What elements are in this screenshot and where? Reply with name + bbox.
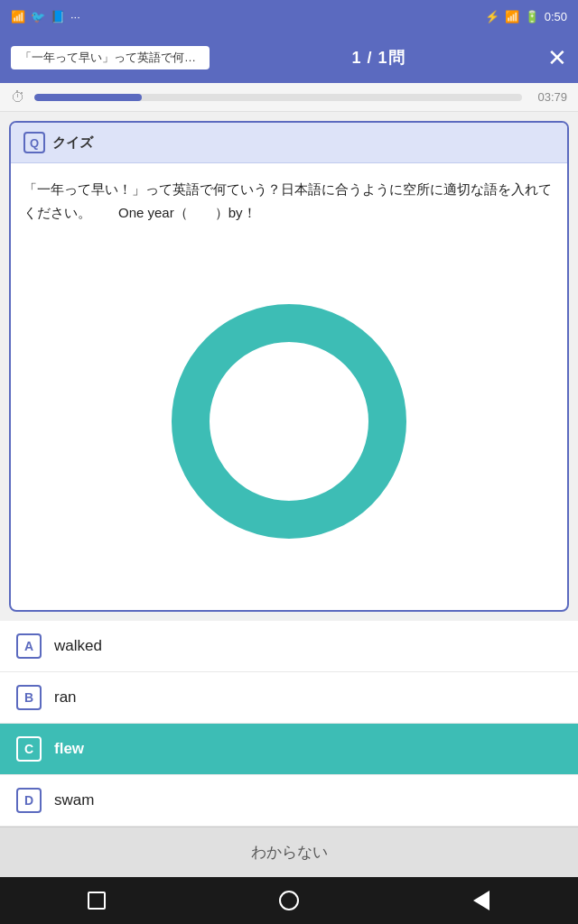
choice-b-text: ran xyxy=(54,688,77,707)
quiz-tag-label: 「一年って早い」って英語で何ていう？ xyxy=(11,46,210,69)
nav-square-button[interactable] xyxy=(77,881,117,920)
counter-separator: / xyxy=(367,49,372,67)
bottom-btn-area: わからない xyxy=(0,827,578,877)
more-icon: ··· xyxy=(70,10,80,23)
progress-fill xyxy=(34,94,142,101)
choices-area: A walked B ran C flew D swam xyxy=(0,621,578,827)
close-button[interactable]: ✕ xyxy=(547,46,567,69)
progress-track xyxy=(34,94,522,101)
app-icon: 📘 xyxy=(51,10,65,23)
circle-icon xyxy=(279,891,299,910)
quiz-question-text: 「一年って早い！」って英語で何ていう？日本語に合うように空所に適切な語を入れてく… xyxy=(23,178,555,224)
wakaranai-button[interactable]: わからない xyxy=(0,827,578,877)
teal-circle xyxy=(172,304,406,539)
choice-d-text: swam xyxy=(54,791,94,809)
nav-circle-button[interactable] xyxy=(269,881,309,920)
battery-icon: 🔋 xyxy=(525,10,539,23)
wifi-icon: 📶 xyxy=(11,10,25,23)
quiz-body: 「一年って早い！」って英語で何ていう？日本語に合うように空所に適切な語を入れてく… xyxy=(11,163,567,233)
time-display: 0:50 xyxy=(545,10,567,23)
counter-current: 1 xyxy=(351,49,361,67)
choice-d[interactable]: D swam xyxy=(0,775,578,827)
square-icon xyxy=(88,892,106,910)
choice-b-letter: B xyxy=(16,685,42,710)
clock-icon: ⏱ xyxy=(11,89,25,106)
carrier-icon: 🐦 xyxy=(31,10,45,23)
back-icon xyxy=(473,891,489,910)
status-left: 📶 🐦 📘 ··· xyxy=(11,10,80,23)
status-bar: 📶 🐦 📘 ··· ⚡ 📶 🔋 0:50 xyxy=(0,0,578,32)
choice-c-text: flew xyxy=(54,740,84,758)
choice-a-letter: A xyxy=(16,633,42,659)
nav-bar xyxy=(0,877,578,924)
nav-back-button[interactable] xyxy=(461,881,501,920)
question-counter: 1 / 1問 xyxy=(351,47,405,69)
quiz-card: Q クイズ 「一年って早い！」って英語で何ていう？日本語に合うように空所に適切な… xyxy=(9,121,569,612)
status-right: ⚡ 📶 🔋 0:50 xyxy=(485,10,567,23)
main-content: Q クイズ 「一年って早い！」って英語で何ていう？日本語に合うように空所に適切な… xyxy=(0,112,578,621)
choice-c[interactable]: C flew xyxy=(0,724,578,775)
choice-d-letter: D xyxy=(16,788,42,813)
choice-b[interactable]: B ran xyxy=(0,672,578,724)
quiz-circle-area xyxy=(11,233,567,610)
choice-a[interactable]: A walked xyxy=(0,621,578,672)
bluetooth-icon: ⚡ xyxy=(485,10,499,23)
top-bar: 「一年って早い」って英語で何ていう？ 1 / 1問 ✕ xyxy=(0,32,578,83)
quiz-header-label: クイズ xyxy=(52,134,93,152)
quiz-header: Q クイズ xyxy=(11,123,567,163)
signal-icon: 📶 xyxy=(505,10,519,23)
progress-bar-row: ⏱ 03:79 xyxy=(0,83,578,112)
quiz-q-icon: Q xyxy=(23,132,45,153)
choice-a-text: walked xyxy=(54,637,102,655)
counter-total: 1問 xyxy=(378,49,406,67)
choice-c-letter: C xyxy=(16,736,42,762)
progress-time: 03:79 xyxy=(531,90,567,104)
